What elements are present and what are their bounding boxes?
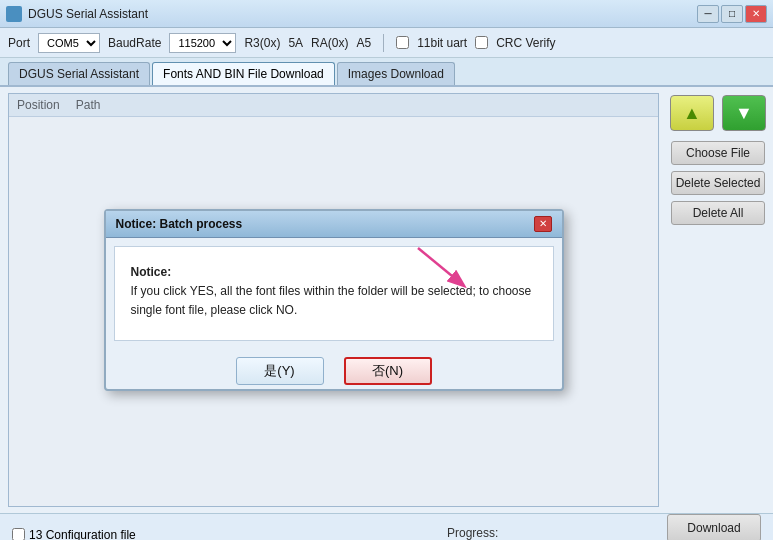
right-panel: ▲ ▼ Choose File Delete Selected Delete A… bbox=[663, 87, 773, 513]
action-buttons: Download Stop bbox=[667, 514, 761, 541]
no-button[interactable]: 否(N) bbox=[344, 357, 432, 385]
tab-fonts-bin[interactable]: Fonts AND BIN File Download bbox=[152, 62, 335, 85]
progress-label: Progress: bbox=[447, 526, 627, 540]
r3-value: 5A bbox=[288, 36, 303, 50]
config13-label: 13 Configuration file bbox=[29, 528, 136, 541]
config13-checkbox[interactable] bbox=[12, 528, 25, 540]
dialog-buttons: 是(Y) 否(N) bbox=[106, 349, 562, 389]
tab-images-download[interactable]: Images Download bbox=[337, 62, 455, 85]
choose-file-button[interactable]: Choose File bbox=[671, 141, 765, 165]
modal-overlay: Notice: Batch process ✕ Notice: If you c… bbox=[9, 94, 658, 506]
uart-checkbox[interactable] bbox=[396, 36, 409, 49]
move-up-button[interactable]: ▲ bbox=[670, 95, 714, 131]
ra-value: A5 bbox=[356, 36, 371, 50]
maximize-button[interactable]: □ bbox=[721, 5, 743, 23]
arrow-buttons-row: ▲ ▼ bbox=[670, 95, 766, 131]
progress-area: Progress: bbox=[447, 526, 627, 541]
config13-item: 13 Configuration file bbox=[12, 528, 136, 541]
app-icon bbox=[6, 6, 22, 22]
yes-button[interactable]: 是(Y) bbox=[236, 357, 324, 385]
r3-label: R3(0x) bbox=[244, 36, 280, 50]
file-list-panel: Position Path Notice: Batch process ✕ No… bbox=[8, 93, 659, 507]
tabs-bar: DGUS Serial Assistant Fonts AND BIN File… bbox=[0, 58, 773, 87]
title-bar: DGUS Serial Assistant ─ □ ✕ bbox=[0, 0, 773, 28]
delete-all-button[interactable]: Delete All bbox=[671, 201, 765, 225]
toolbar: Port COM5 BaudRate 115200 R3(0x) 5A RA(0… bbox=[0, 28, 773, 58]
port-label: Port bbox=[8, 36, 30, 50]
window-controls: ─ □ ✕ bbox=[697, 5, 767, 23]
tab-dgus-serial[interactable]: DGUS Serial Assistant bbox=[8, 62, 150, 85]
separator bbox=[383, 34, 384, 52]
dialog-close-button[interactable]: ✕ bbox=[534, 216, 552, 232]
baudrate-select[interactable]: 115200 bbox=[169, 33, 236, 53]
batch-process-dialog: Notice: Batch process ✕ Notice: If you c… bbox=[104, 209, 564, 392]
move-down-button[interactable]: ▼ bbox=[722, 95, 766, 131]
port-select[interactable]: COM5 bbox=[38, 33, 100, 53]
main-content: Position Path Notice: Batch process ✕ No… bbox=[0, 87, 773, 513]
download-button[interactable]: Download bbox=[667, 514, 761, 541]
dialog-body: Notice: If you click YES, all the font f… bbox=[114, 246, 554, 342]
delete-selected-button[interactable]: Delete Selected bbox=[671, 171, 765, 195]
crc-checkbox[interactable] bbox=[475, 36, 488, 49]
dialog-notice-text: Notice: If you click YES, all the font f… bbox=[131, 263, 537, 321]
baudrate-label: BaudRate bbox=[108, 36, 161, 50]
uart-label: 11bit uart bbox=[417, 36, 467, 50]
dialog-title: Notice: Batch process bbox=[116, 217, 243, 231]
ra-label: RA(0x) bbox=[311, 36, 348, 50]
notice-label: Notice: bbox=[131, 265, 172, 279]
dialog-title-bar: Notice: Batch process ✕ bbox=[106, 211, 562, 238]
config-checkboxes: 13 Configuration file 14 Configuration f… bbox=[12, 528, 136, 541]
bottom-bar: 13 Configuration file 14 Configuration f… bbox=[0, 513, 773, 540]
app-title: DGUS Serial Assistant bbox=[28, 7, 148, 21]
crc-label: CRC Verify bbox=[496, 36, 555, 50]
notice-detail: If you click YES, all the font files wit… bbox=[131, 284, 532, 317]
minimize-button[interactable]: ─ bbox=[697, 5, 719, 23]
close-button[interactable]: ✕ bbox=[745, 5, 767, 23]
